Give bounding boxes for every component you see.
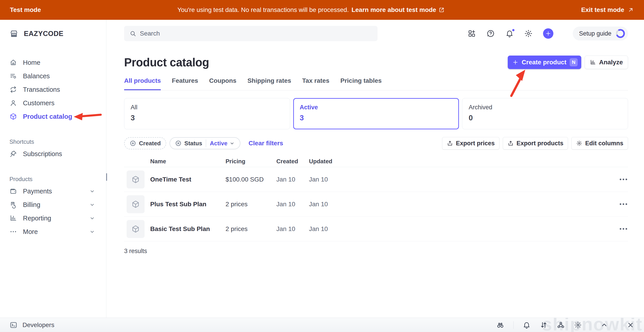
tab-features[interactable]: Features [172,77,198,90]
tab-all-products[interactable]: All products [124,77,161,90]
exit-test-mode-button[interactable]: Exit test mode [581,6,634,14]
setup-guide-button[interactable]: Setup guide [573,26,628,40]
bar-chart-icon [10,214,17,222]
tab-pricing-tables[interactable]: Pricing tables [340,77,382,90]
sidebar-item-payments[interactable]: Payments [0,184,106,198]
pin-icon [10,150,17,158]
terminal-icon [10,321,18,329]
search-input[interactable] [140,30,372,37]
section-shortcuts: Shortcuts [0,136,106,147]
apps-icon[interactable] [468,29,476,38]
clear-filters-link[interactable]: Clear filters [248,140,283,147]
sidebar-item-home[interactable]: Home [0,56,106,69]
sidebar: EAZYCODE Home Balances Transactions [0,20,106,318]
test-mode-banner: Test mode You're using test data. No rea… [0,0,644,20]
sidebar-item-transactions[interactable]: Transactions [0,83,106,96]
sidebar-item-label: Transactions [23,86,60,93]
sidebar-item-balances[interactable]: Balances [0,69,106,83]
sidebar-item-label: Home [23,59,40,66]
sidebar-item-subscriptions[interactable]: Subscriptions [0,147,106,160]
product-thumbnail [126,195,144,213]
row-overflow-menu[interactable] [619,201,628,207]
bottom-toolbar: shipnowkit Developers [0,318,644,332]
chevron-down-icon [89,228,95,235]
create-product-button[interactable]: Create product N [508,56,581,69]
sidebar-item-billing[interactable]: Billing [0,198,106,212]
notifications-icon[interactable] [505,29,514,38]
sidebar-item-label: Reporting [23,214,51,222]
shortcut-badge: N [570,58,578,66]
setup-progress-ring [616,29,625,38]
created-filter-chip[interactable]: Created [124,137,166,149]
search-icon [130,30,136,37]
sidebar-item-more[interactable]: More [0,225,106,238]
toolbar-settings-icon[interactable] [574,321,582,329]
page-title: Product catalog [124,56,209,69]
summary-card-archived[interactable]: Archived 0 [462,98,628,129]
account-name: EAZYCODE [24,30,64,38]
export-prices-button[interactable]: Export prices [442,137,500,150]
search-input-wrap[interactable] [124,26,378,41]
edit-columns-button[interactable]: Edit columns [571,137,628,150]
sidebar-item-customers[interactable]: Customers [0,96,106,110]
sidebar-item-label: More [23,228,38,236]
account-switcher[interactable]: EAZYCODE [0,28,106,40]
chevron-down-icon [89,215,95,221]
notification-dot [512,28,515,32]
events-bell-icon[interactable] [522,321,531,329]
external-link-icon [438,7,445,13]
transactions-icon [10,86,17,93]
toolbar-divider [617,321,618,329]
product-thumbnail [126,220,144,238]
close-toolbar-icon[interactable] [626,321,634,329]
row-overflow-menu[interactable] [619,226,628,232]
summary-card-active[interactable]: Active 3 [293,98,459,129]
create-new-button[interactable] [543,28,554,39]
main-content: Setup guide Product catalog Create produ… [106,20,644,318]
summary-card-all[interactable]: All 3 [124,98,290,129]
sidebar-item-label: Billing [23,201,40,208]
product-thumbnail [126,170,144,188]
row-overflow-menu[interactable] [619,176,628,182]
products-table: Name Pricing Created Updated OneTime Tes… [124,156,628,254]
ellipsis-icon [10,228,17,236]
storefront-icon [10,29,18,38]
sidebar-item-label: Subscriptions [23,150,62,158]
arrow-up-right-icon [627,6,634,13]
tab-coupons[interactable]: Coupons [209,77,236,90]
table-header: Name Pricing Created Updated [124,156,628,167]
api-requests-icon[interactable] [540,321,548,329]
table-row[interactable]: Basic Test Sub Plan 2 prices Jan 10 Jan … [124,216,628,241]
developers-button[interactable]: Developers [10,321,54,329]
inspect-icon[interactable] [496,321,504,329]
test-mode-label: Test mode [10,6,41,14]
sidebar-item-product-catalog[interactable]: Product catalog [0,110,106,123]
results-count: 3 results [124,248,628,254]
learn-more-link[interactable]: Learn more about test mode [352,6,445,14]
home-icon [10,59,17,66]
export-products-button[interactable]: Export products [503,137,568,150]
section-products: Products [0,174,106,184]
table-row[interactable]: Plus Test Sub Plan 2 prices Jan 10 Jan 1… [124,192,628,216]
analyze-button[interactable]: Analyze [585,56,628,69]
sidebar-item-reporting[interactable]: Reporting [0,212,106,225]
sidebar-item-label: Payments [23,188,52,195]
chevron-down-icon [89,202,95,208]
chevron-down-icon [229,140,235,146]
status-filter-value: Active [210,140,227,147]
table-row[interactable]: OneTime Test $100.00 SGD Jan 10 Jan 10 [124,167,628,192]
status-filter-chip[interactable]: Status Active [170,137,240,149]
tab-shipping-rates[interactable]: Shipping rates [247,77,291,90]
settings-icon[interactable] [524,29,533,38]
plus-circle-icon [130,140,136,147]
banner-message: You're using test data. No real transact… [178,6,349,14]
tab-tax-rates[interactable]: Tax rates [302,77,330,90]
invoice-icon [10,201,17,208]
chip-divider [206,140,206,147]
webhooks-icon[interactable] [557,321,565,329]
help-icon[interactable] [486,29,495,38]
chevron-down-icon [89,188,95,194]
product-box-icon [10,113,17,120]
toolbar-divider [513,321,514,329]
expand-toolbar-icon[interactable] [600,321,608,329]
